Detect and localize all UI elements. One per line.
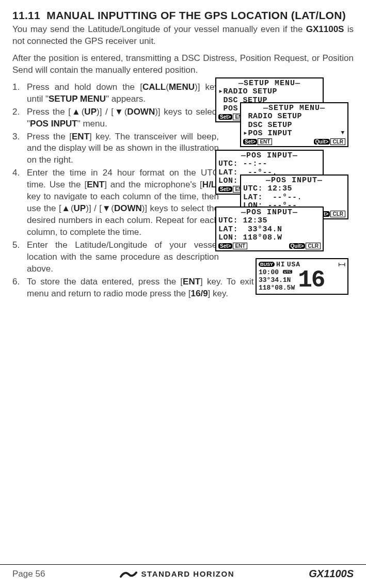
- step-text: Press the [▲(UP)] / [▼(DOWN)] keys to se…: [27, 106, 219, 130]
- intro-paragraph-2: After the position is entered, transmitt…: [12, 53, 354, 76]
- intro-paragraph-1: You may send the Latitude/Longitude of y…: [12, 24, 354, 47]
- brand-logo-icon: [120, 569, 137, 579]
- lcd-pos-input-filled: —POS INPUT— UTC: 12:35 LAT: 33°34.N LON:…: [215, 206, 324, 251]
- step-text: Enter the time in 24 hour format on the …: [27, 167, 219, 239]
- page-footer: Page 56 STANDARD HORIZON GX1100S: [0, 564, 366, 588]
- model-number: GX1100S: [309, 568, 354, 580]
- utc-time: 10:00: [259, 268, 279, 276]
- longitude: 118°08.5W: [259, 284, 295, 292]
- channel-number: 16: [298, 268, 324, 292]
- brand-name: STANDARD HORIZON: [141, 569, 234, 578]
- lcd-setup-menu-2: —SETUP MENU— RADIO SETUP DSC SETUP ▸POS …: [240, 102, 348, 147]
- section-title: 11.11 MANUAL INPUTTING OF THE GPS LOCATI…: [12, 9, 354, 22]
- step-text: Press the [ENT] key. The transceiver wil…: [27, 131, 219, 167]
- power-hi: HI: [276, 261, 285, 268]
- lcd-screens: —SETUP MENU— ▸RADIO SETUP DSC SETUP POS …: [210, 77, 356, 299]
- section-suffix: (LAT/LON): [291, 9, 346, 21]
- scroll-indicator-icon: ▼: [341, 130, 344, 136]
- step-text: Enter the Latitude/Longitude of your ves…: [27, 240, 219, 275]
- brand: STANDARD HORIZON: [120, 569, 234, 579]
- radio-main-display: BUSY HI USA ⊢⊣ 10:00 UTC 33°34.1N 118°08…: [256, 258, 348, 295]
- busy-badge: BUSY: [259, 262, 275, 267]
- section-number: 11.11: [12, 9, 40, 21]
- section-heading: MANUAL INPUTTING OF THE GPS LOCATION: [46, 9, 288, 21]
- utc-badge: UTC: [283, 270, 292, 274]
- latitude: 33°34.1N: [259, 277, 295, 284]
- antenna-icon: ⊢⊣: [339, 261, 345, 268]
- page-number: Page 56: [12, 569, 45, 579]
- step-text: Press and hold down the [CALL(MENU)] key…: [27, 82, 219, 105]
